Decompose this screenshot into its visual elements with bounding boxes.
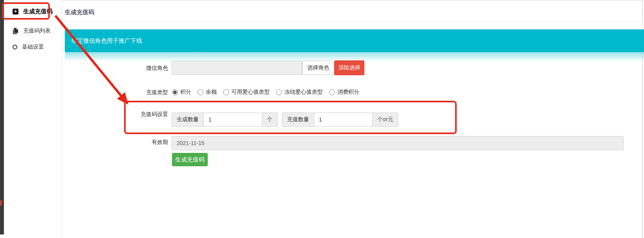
recharge-qty-addon: 充值数量 <box>282 113 314 127</box>
radio-option-available-love[interactable]: 可用爱心值类型 <box>223 89 270 96</box>
sidebar: + 生成充值码 充值码列表 基础设置 <box>4 0 62 238</box>
generate-code-button[interactable]: 生成充值码 <box>172 153 208 166</box>
wechat-bind-banner: 绑定微信角色用于推广下线 <box>65 29 644 52</box>
sidebar-item-code-list[interactable]: 充值码列表 <box>4 24 62 38</box>
recharge-type-radio-3[interactable] <box>276 89 282 95</box>
clear-selection-button[interactable]: 清除选择 <box>334 60 364 75</box>
generate-qty-addon: 生成数量 <box>172 113 203 127</box>
plus-square-icon: + <box>13 9 18 15</box>
radio-option-consume-points[interactable]: 消费积分 <box>329 89 359 96</box>
wechat-role-input[interactable] <box>172 61 302 75</box>
left-edge-red-mark <box>0 200 2 205</box>
recharge-type-radio-2[interactable] <box>223 89 229 95</box>
wechat-role-label: 微信角色 <box>118 65 168 72</box>
recharge-qty-input[interactable] <box>314 113 373 127</box>
sidebar-item-generate-code[interactable]: + 生成充值码 <box>4 4 62 18</box>
recharge-qty-unit: 个or元 <box>373 113 398 127</box>
radio-option-balance[interactable]: 余额 <box>198 89 217 96</box>
generate-qty-unit: 个 <box>262 113 278 127</box>
validity-label: 有效期 <box>118 139 168 146</box>
circle-icon <box>13 45 17 49</box>
recharge-type-options: 积分 余额 可用爱心值类型 冻结爱心值类型 消费积分 <box>172 86 359 98</box>
sidebar-item-label: 充值码列表 <box>23 27 51 35</box>
generate-qty-group: 生成数量 个 <box>172 113 278 127</box>
page-title: 生成充值码 <box>65 9 94 16</box>
code-settings-label: 充值码设置 <box>118 111 168 118</box>
window-left-edge <box>0 0 4 234</box>
banner-text: 绑定微信角色用于推广下线 <box>71 37 142 45</box>
sidebar-item-basic-settings[interactable]: 基础设置 <box>4 40 62 54</box>
sidebar-item-label: 生成充值码 <box>23 8 53 15</box>
copy-icon <box>13 28 18 34</box>
sidebar-item-label: 基础设置 <box>22 44 44 51</box>
generate-qty-input[interactable] <box>203 113 262 127</box>
title-divider <box>62 22 642 22</box>
radio-option-points[interactable]: 积分 <box>172 89 191 96</box>
recharge-type-label: 充值类型 <box>118 89 168 96</box>
recharge-qty-group: 充值数量 个or元 <box>282 113 398 127</box>
recharge-type-radio-1[interactable] <box>198 89 203 95</box>
radio-option-frozen-love[interactable]: 冻结爱心值类型 <box>276 89 323 96</box>
validity-input[interactable] <box>172 136 624 150</box>
select-role-button[interactable]: 选择角色 <box>302 61 334 75</box>
recharge-type-radio-0[interactable] <box>172 89 178 95</box>
recharge-type-radio-4[interactable] <box>329 89 335 95</box>
